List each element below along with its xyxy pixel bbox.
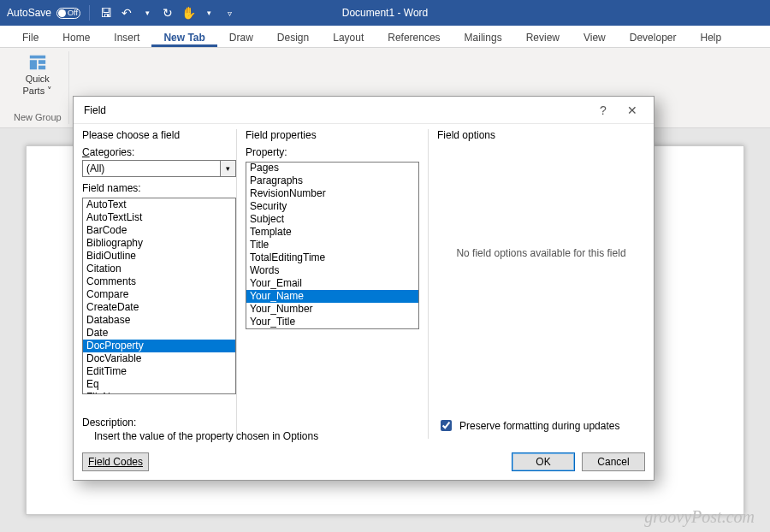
no-options-message: No field options available for this fiel…	[437, 247, 645, 259]
list-item[interactable]: Date	[83, 327, 235, 340]
tab-draw[interactable]: Draw	[217, 32, 265, 47]
tab-help[interactable]: Help	[688, 32, 733, 47]
autosave-state: Off	[68, 9, 78, 17]
svg-rect-3	[38, 66, 45, 70]
tab-references[interactable]: References	[376, 32, 452, 47]
preserve-formatting-label: Preserve formatting during updates	[459, 420, 619, 432]
cancel-button[interactable]: Cancel	[582, 452, 645, 471]
tab-layout[interactable]: Layout	[321, 32, 376, 47]
list-item[interactable]: Pages	[246, 162, 418, 174]
tab-file[interactable]: File	[10, 32, 50, 47]
customize-qat-icon[interactable]: ▿	[222, 5, 237, 21]
dialog-title: Field	[84, 104, 589, 116]
redo-icon[interactable]: ↻	[160, 5, 175, 21]
svg-rect-0	[30, 56, 45, 59]
list-item[interactable]: Paragraphs	[246, 174, 418, 187]
list-item[interactable]: Template	[246, 226, 418, 239]
list-item[interactable]: BarCode	[83, 224, 235, 237]
tab-design[interactable]: Design	[265, 32, 321, 47]
quick-parts-label2: Parts ˅	[22, 86, 52, 97]
chevron-down-icon[interactable]: ▾	[221, 160, 236, 177]
list-item[interactable]: Your_Name	[246, 290, 418, 303]
help-button[interactable]: ?	[589, 98, 618, 122]
divider	[89, 5, 90, 21]
list-item[interactable]: Subject	[246, 213, 418, 226]
list-item[interactable]: FileName	[83, 391, 235, 394]
quick-parts-label1: Quick	[26, 74, 50, 84]
field-names-listbox[interactable]: AutoTextAutoTextListBarCodeBibliographyB…	[82, 198, 236, 394]
ribbon-group-label: New Group	[14, 112, 62, 122]
list-item[interactable]: Eq	[83, 378, 235, 391]
quick-parts-icon	[28, 53, 47, 72]
field-dialog: Field ? ✕ Please choose a field Categori…	[73, 96, 654, 481]
svg-rect-2	[38, 60, 45, 64]
preserve-formatting-input[interactable]	[441, 420, 452, 431]
panel-field-options: Field options No field options available…	[429, 129, 645, 439]
watermark: groovyPost.com	[644, 507, 755, 527]
list-item[interactable]: Your_Number	[246, 303, 418, 316]
tab-home[interactable]: Home	[50, 32, 102, 47]
autosave-label: AutoSave	[7, 7, 51, 19]
touch-mode-icon[interactable]: ✋	[181, 5, 196, 21]
field-properties-title: Field properties	[246, 129, 419, 141]
quick-parts-button[interactable]: Quick Parts ˅	[22, 53, 52, 97]
list-item[interactable]: AutoText	[83, 198, 235, 211]
svg-rect-1	[30, 60, 37, 69]
chevron-down-icon[interactable]: ▾	[201, 5, 216, 21]
description-text: Insert the value of the property chosen …	[82, 430, 441, 442]
save-icon[interactable]: 🖫	[98, 5, 114, 21]
list-item[interactable]: AutoTextList	[83, 211, 235, 224]
field-codes-button[interactable]: Field Codes	[82, 452, 149, 471]
list-item[interactable]: Citation	[83, 263, 235, 275]
list-item[interactable]: Compare	[83, 288, 235, 301]
window-titlebar: AutoSave Off 🖫 ↶ ▾ ↻ ✋ ▾ ▿ Document1 - W…	[0, 0, 770, 26]
list-item[interactable]: RevisionNumber	[246, 187, 418, 200]
list-item[interactable]: DocProperty	[83, 340, 235, 352]
dialog-button-row: Field Codes OK Cancel	[74, 447, 654, 480]
undo-icon[interactable]: ↶	[119, 5, 134, 21]
ribbon-tabs: FileHomeInsertNew TabDrawDesignLayoutRef…	[0, 26, 770, 48]
property-label: Property:	[246, 146, 419, 158]
list-item[interactable]: DocVariable	[83, 352, 235, 365]
categories-label: Categories:	[82, 146, 236, 158]
list-item[interactable]: Words	[246, 264, 418, 277]
ok-button[interactable]: OK	[512, 452, 575, 471]
tab-view[interactable]: View	[572, 32, 618, 47]
list-item[interactable]: TotalEditingTime	[246, 251, 418, 264]
field-names-label: Field names:	[82, 182, 236, 194]
categories-combo[interactable]: ▾	[82, 160, 236, 177]
ribbon-group-newgroup: Quick Parts ˅ New Group	[7, 51, 69, 124]
list-item[interactable]: Security	[246, 200, 418, 213]
categories-input[interactable]	[82, 160, 221, 177]
list-item[interactable]: BidiOutline	[83, 250, 235, 263]
field-options-title: Field options	[437, 129, 645, 141]
tab-review[interactable]: Review	[514, 32, 572, 47]
list-item[interactable]: Database	[83, 314, 235, 327]
preserve-formatting-checkbox[interactable]: Preserve formatting during updates	[437, 417, 645, 434]
list-item[interactable]: EditTime	[83, 365, 235, 378]
autosave-toggle[interactable]: AutoSave Off	[7, 7, 80, 19]
tab-developer[interactable]: Developer	[618, 32, 689, 47]
description-block: Description: Insert the value of the pro…	[82, 417, 441, 442]
tab-insert[interactable]: Insert	[102, 32, 151, 47]
panel-field-properties: Field properties Property: NameofApplica…	[236, 129, 429, 439]
close-button[interactable]: ✕	[618, 98, 647, 122]
panel-choose-field: Please choose a field Categories: ▾ Fiel…	[82, 129, 236, 439]
tab-new-tab[interactable]: New Tab	[151, 32, 216, 47]
choose-field-label: Please choose a field	[82, 129, 236, 141]
list-item[interactable]: Bibliography	[83, 237, 235, 250]
list-item[interactable]: Your_Email	[246, 277, 418, 290]
list-item[interactable]: Comments	[83, 275, 235, 288]
dialog-titlebar: Field ? ✕	[74, 97, 654, 124]
description-label: Description:	[82, 417, 441, 429]
property-listbox[interactable]: NameofApplicationODMADocIdPagesParagraph…	[246, 162, 419, 329]
tab-mailings[interactable]: Mailings	[453, 32, 514, 47]
chevron-down-icon[interactable]: ▾	[139, 5, 155, 21]
list-item[interactable]: Your_Title	[246, 316, 418, 328]
list-item[interactable]: CreateDate	[83, 301, 235, 314]
list-item[interactable]: Title	[246, 239, 418, 251]
